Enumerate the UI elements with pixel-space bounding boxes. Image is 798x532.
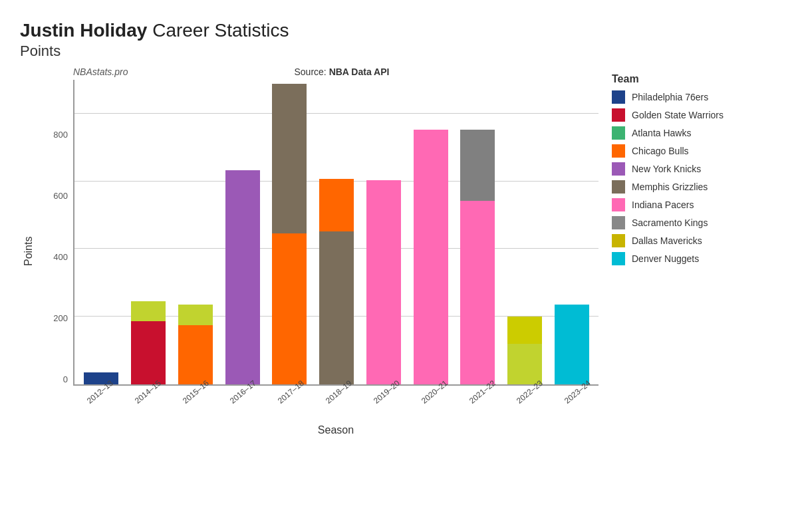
legend-color-box [612,162,625,176]
legend-color-box [612,198,625,211]
legend-label: Atlanta Hawks [632,128,691,138]
legend-color-box [612,144,625,158]
legend-label: Philadelphia 76ers [632,92,708,102]
legend-color-box [612,180,625,194]
bar-stack [414,130,448,384]
bars-row [74,78,598,384]
legend-item: Chicago Bulls [612,144,785,158]
bar-stack [507,317,542,384]
y-tick: 400 [40,202,68,263]
bar-stack [319,179,354,384]
y-axis-label: Points [20,66,37,436]
legend-label: Sacramento Kings [632,217,708,228]
bar-segment [319,179,354,231]
bar-group [360,78,407,384]
bar-stack [555,305,589,384]
bar-group [219,78,266,384]
bar-segment [460,130,495,201]
y-tick: 600 [40,141,68,202]
chart-title: Justin Holiday Career Statistics [20,20,785,41]
bar-segment [319,231,354,384]
legend-item: Golden State Warriors [612,108,785,122]
bar-group [407,78,454,384]
watermark-source-right: Source: NBA Data API [294,66,389,77]
bar-stack [178,305,213,384]
bar-group [172,78,219,384]
watermark-source-left: NBAstats.pro [73,66,128,77]
legend-color-box [612,90,625,104]
bar-segment [414,130,448,384]
y-ticks: 0200400600800 [40,80,73,386]
legend: Team Philadelphia 76ersGolden State Warr… [598,66,785,436]
legend-item: Dallas Mavericks [612,234,785,247]
bar-stack [131,301,166,384]
bar-segment [366,180,401,384]
bar-segment [555,305,589,384]
legend-item: Philadelphia 76ers [612,90,785,104]
title-rest: Career Statistics [147,20,289,41]
legend-color-box [612,252,625,265]
legend-color-box [612,108,625,122]
bar-segment [131,301,166,322]
bar-segment [225,170,260,384]
legend-items: Philadelphia 76ersGolden State WarriorsA… [612,90,785,265]
legend-color-box [612,216,625,229]
title-bold: Justin Holiday [20,20,147,41]
chart-subtitle: Points [20,43,785,60]
bar-stack [225,170,260,384]
chart-container: Justin Holiday Career Statistics Points … [0,0,798,532]
bar-stack [366,180,401,384]
legend-title: Team [612,73,785,85]
y-tick: 200 [40,263,68,325]
legend-item: Indiana Pacers [612,198,785,211]
legend-label: Chicago Bulls [632,146,689,156]
y-tick: 800 [40,80,68,141]
bar-group [78,78,125,384]
legend-color-box [612,126,625,140]
x-labels: 2012–132014–152015–162016–172017–182018–… [73,388,598,398]
legend-item: Denver Nuggets [612,252,785,265]
legend-label: New York Knicks [632,164,701,174]
bar-segment [507,344,542,384]
x-axis-label: Season [73,424,598,436]
bars-area [73,80,598,386]
y-tick: 0 [40,325,68,386]
legend-label: Golden State Warriors [632,110,724,120]
title-section: Justin Holiday Career Statistics Points [20,20,785,60]
bar-group [313,78,360,384]
bar-segment [178,305,213,325]
watermarks: NBAstats.pro Source: NBA Data API [73,66,598,77]
legend-item: Sacramento Kings [612,216,785,229]
bar-segment [507,317,542,344]
legend-item: New York Knicks [612,162,785,176]
bar-group [125,78,172,384]
chart-area: Points NBAstats.pro Source: NBA Data API… [20,66,785,436]
legend-color-box [612,234,625,247]
bar-group [548,78,595,384]
plot-area: 0200400600800 [40,80,598,386]
legend-item: Atlanta Hawks [612,126,785,140]
chart-with-axes: NBAstats.pro Source: NBA Data API 020040… [40,66,598,436]
bar-group [454,78,501,384]
chart-left: Points NBAstats.pro Source: NBA Data API… [20,66,598,436]
bar-segment [272,233,307,384]
bar-stack [460,130,495,384]
watermark-prefix: Source: [294,66,329,77]
legend-label: Memphis Grizzlies [632,182,708,192]
bar-group [266,78,313,384]
bar-segment [460,201,495,384]
legend-label: Denver Nuggets [632,253,699,264]
bar-segment [272,84,307,233]
legend-label: Indiana Pacers [632,200,694,210]
legend-item: Memphis Grizzlies [612,180,785,194]
watermark-bold: NBA Data API [329,66,390,77]
bar-group [501,78,549,384]
legend-label: Dallas Mavericks [632,235,702,246]
bar-stack [272,84,307,384]
